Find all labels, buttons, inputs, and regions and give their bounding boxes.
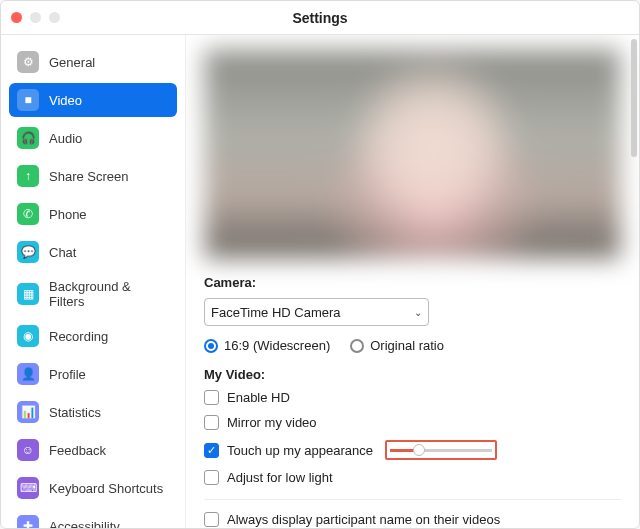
video-icon: ■ (17, 89, 39, 111)
feedback-icon: ☺ (17, 439, 39, 461)
sidebar-item-feedback[interactable]: ☺Feedback (9, 433, 177, 467)
camera-section-label: Camera: (204, 275, 621, 290)
mirror-video-checkbox[interactable]: Mirror my video (204, 415, 621, 430)
slider-thumb[interactable] (413, 444, 425, 456)
sidebar-item-keyboard-shortcuts[interactable]: ⌨Keyboard Shortcuts (9, 471, 177, 505)
ratio-16-9-label: 16:9 (Widescreen) (224, 338, 330, 353)
my-video-options: Enable HD Mirror my video ✓ Touch up my … (204, 390, 621, 485)
sidebar-item-chat[interactable]: 💬Chat (9, 235, 177, 269)
checkbox-off-icon (204, 415, 219, 430)
camera-preview (204, 49, 621, 259)
always-display-name-checkbox[interactable]: Always display participant name on their… (204, 512, 621, 527)
sidebar-item-recording[interactable]: ◉Recording (9, 319, 177, 353)
sidebar-item-label: Accessibility (49, 519, 120, 530)
ratio-16-9-radio[interactable]: 16:9 (Widescreen) (204, 338, 330, 353)
enable-hd-label: Enable HD (227, 390, 290, 405)
my-video-section-label: My Video: (204, 367, 621, 382)
keyboard-shortcuts-icon: ⌨ (17, 477, 39, 499)
participant-options: Always display participant name on their… (204, 512, 621, 527)
general-icon: ⚙ (17, 51, 39, 73)
sidebar-item-background-filters[interactable]: ▦Background & Filters (9, 273, 177, 315)
phone-icon: ✆ (17, 203, 39, 225)
sidebar-item-statistics[interactable]: 📊Statistics (9, 395, 177, 429)
checkbox-off-icon (204, 470, 219, 485)
sidebar-item-label: Share Screen (49, 169, 129, 184)
sidebar-item-label: Chat (49, 245, 76, 260)
always-display-name-label: Always display participant name on their… (227, 512, 500, 527)
sidebar-item-video[interactable]: ■Video (9, 83, 177, 117)
vertical-scrollbar[interactable] (631, 39, 637, 157)
titlebar: Settings (1, 1, 639, 35)
window-title: Settings (1, 10, 639, 26)
ratio-original-radio[interactable]: Original ratio (350, 338, 444, 353)
sidebar-item-label: Recording (49, 329, 108, 344)
sidebar-item-label: Video (49, 93, 82, 108)
profile-icon: 👤 (17, 363, 39, 385)
camera-select-value: FaceTime HD Camera (211, 305, 341, 320)
ratio-original-label: Original ratio (370, 338, 444, 353)
sidebar-item-audio[interactable]: 🎧Audio (9, 121, 177, 155)
sidebar-item-label: Profile (49, 367, 86, 382)
settings-window: Settings ⚙General■Video🎧Audio↑Share Scre… (0, 0, 640, 529)
sidebar-item-label: Feedback (49, 443, 106, 458)
accessibility-icon: ✚ (17, 515, 39, 529)
audio-icon: 🎧 (17, 127, 39, 149)
sidebar-item-share-screen[interactable]: ↑Share Screen (9, 159, 177, 193)
sidebar-item-profile[interactable]: 👤Profile (9, 357, 177, 391)
aspect-ratio-row: 16:9 (Widescreen) Original ratio (204, 338, 621, 353)
chevron-down-icon: ⌄ (414, 307, 422, 318)
touch-up-slider[interactable] (385, 440, 497, 460)
minimize-window-button[interactable] (30, 12, 41, 23)
checkbox-on-icon: ✓ (204, 443, 219, 458)
sidebar-item-label: Background & Filters (49, 279, 169, 309)
zoom-window-button[interactable] (49, 12, 60, 23)
statistics-icon: 📊 (17, 401, 39, 423)
slider-track (390, 449, 492, 452)
touch-up-label: Touch up my appearance (227, 443, 373, 458)
sidebar-item-label: General (49, 55, 95, 70)
recording-icon: ◉ (17, 325, 39, 347)
low-light-label: Adjust for low light (227, 470, 333, 485)
mirror-video-label: Mirror my video (227, 415, 317, 430)
video-settings-panel: Camera: FaceTime HD Camera ⌄ 16:9 (Wides… (186, 35, 639, 529)
close-window-button[interactable] (11, 12, 22, 23)
window-controls (11, 12, 60, 23)
checkbox-off-icon (204, 512, 219, 527)
divider (204, 499, 621, 500)
sidebar: ⚙General■Video🎧Audio↑Share Screen✆Phone💬… (1, 35, 186, 529)
sidebar-item-phone[interactable]: ✆Phone (9, 197, 177, 231)
chat-icon: 💬 (17, 241, 39, 263)
camera-select[interactable]: FaceTime HD Camera ⌄ (204, 298, 429, 326)
enable-hd-checkbox[interactable]: Enable HD (204, 390, 621, 405)
body: ⚙General■Video🎧Audio↑Share Screen✆Phone💬… (1, 35, 639, 529)
sidebar-item-label: Audio (49, 131, 82, 146)
share-screen-icon: ↑ (17, 165, 39, 187)
sidebar-item-label: Keyboard Shortcuts (49, 481, 163, 496)
touch-up-checkbox[interactable]: ✓ Touch up my appearance (204, 440, 621, 460)
sidebar-item-general[interactable]: ⚙General (9, 45, 177, 79)
sidebar-item-label: Phone (49, 207, 87, 222)
radio-off-icon (350, 339, 364, 353)
background-filters-icon: ▦ (17, 283, 39, 305)
radio-on-icon (204, 339, 218, 353)
sidebar-item-accessibility[interactable]: ✚Accessibility (9, 509, 177, 529)
low-light-checkbox[interactable]: Adjust for low light (204, 470, 621, 485)
sidebar-item-label: Statistics (49, 405, 101, 420)
checkbox-off-icon (204, 390, 219, 405)
